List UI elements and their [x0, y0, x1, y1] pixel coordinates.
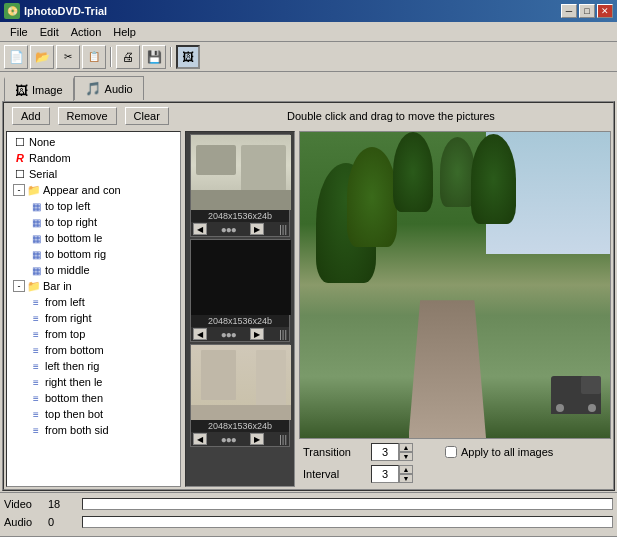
toolbar-copy[interactable]: 📋	[82, 45, 106, 69]
thumb-dots-3: ●●●	[221, 434, 236, 445]
thumb-prev-3[interactable]: ◀	[193, 433, 207, 445]
thumb-prev-1[interactable]: ◀	[193, 223, 207, 235]
toolbar-open[interactable]: 📂	[30, 45, 54, 69]
close-button[interactable]: ✕	[597, 4, 613, 18]
tree-label-bottomthen: bottom then	[45, 392, 103, 404]
thumb-controls-1: ◀ ●●● ▶ |||	[191, 222, 289, 236]
preview-controls: Transition ▲ ▼ Apply to all images	[299, 439, 611, 487]
tree-item-appear[interactable]: - 📁 Appear and con	[9, 182, 178, 198]
expand-barin[interactable]: -	[13, 280, 25, 292]
thumb-next-3[interactable]: ▶	[250, 433, 264, 445]
bar-icon-fromboth: ≡	[29, 423, 43, 437]
apply-label: Apply to all images	[461, 446, 553, 458]
tree-item-topbottom[interactable]: ≡ top then bot	[9, 406, 178, 422]
toolbar-new[interactable]: 📄	[4, 45, 28, 69]
menu-action[interactable]: Action	[65, 24, 108, 40]
interval-spin-up[interactable]: ▲	[399, 465, 413, 474]
video-progress-bar	[82, 498, 613, 510]
interval-spin-down[interactable]: ▼	[399, 474, 413, 483]
thumb-controls-2: ◀ ●●● ▶ |||	[191, 327, 289, 341]
thumbnail-2[interactable]: 2048x1536x24b ◀ ●●● ▶ |||	[190, 239, 290, 342]
toolbar-print[interactable]: 🖨	[116, 45, 140, 69]
tree-item-random[interactable]: R Random	[9, 150, 178, 166]
tree-item-rightleft[interactable]: ≡ right then le	[9, 374, 178, 390]
tab-image[interactable]: 🖼 Image	[4, 77, 74, 101]
transition-spin-buttons: ▲ ▼	[399, 443, 413, 461]
apply-checkbox[interactable]	[445, 446, 457, 458]
toolbar-image[interactable]: 🖼	[176, 45, 200, 69]
thumb-next-1[interactable]: ▶	[250, 223, 264, 235]
tree-label-appear: Appear and con	[43, 184, 121, 196]
audio-status-row: Audio 0	[4, 513, 613, 531]
tree-item-leftright[interactable]: ≡ left then rig	[9, 358, 178, 374]
transition-spinner: ▲ ▼	[371, 443, 413, 461]
window-title: IphotoDVD-Trial	[24, 5, 561, 17]
bar-icon-topbottom: ≡	[29, 407, 43, 421]
toolbar-cut[interactable]: ✂	[56, 45, 80, 69]
right-panel: Transition ▲ ▼ Apply to all images	[299, 131, 611, 487]
tree-item-topright[interactable]: ▦ to top right	[9, 214, 178, 230]
tree-item-fromtop[interactable]: ≡ from top	[9, 326, 178, 342]
status-bar: Video 18 Audio 0	[0, 492, 617, 536]
tab-image-label: Image	[32, 84, 63, 96]
scene-tree-2	[347, 147, 397, 247]
clear-button[interactable]: Clear	[125, 107, 169, 125]
thumb-controls-3: ◀ ●●● ▶ |||	[191, 432, 289, 446]
add-button[interactable]: Add	[12, 107, 50, 125]
tree-item-barin[interactable]: - 📁 Bar in	[9, 278, 178, 294]
remove-button[interactable]: Remove	[58, 107, 117, 125]
tree-label-fromboth: from both sid	[45, 424, 109, 436]
transition-tree: ☐ None R Random ☐ Serial - 📁 Appear and …	[6, 131, 181, 487]
tree-item-bottomleft[interactable]: ▦ to bottom le	[9, 230, 178, 246]
tree-item-serial[interactable]: ☐ Serial	[9, 166, 178, 182]
thumb-dots-2: ●●●	[221, 329, 236, 340]
title-bar: 📀 IphotoDVD-Trial ─ □ ✕	[0, 0, 617, 22]
tab-audio[interactable]: 🎵 Audio	[74, 76, 144, 100]
audio-tab-icon: 🎵	[85, 81, 101, 96]
tree-item-bottomright[interactable]: ▦ to bottom rig	[9, 246, 178, 262]
expand-appear[interactable]: -	[13, 184, 25, 196]
tree-label-topright: to top right	[45, 216, 97, 228]
tree-item-fromright[interactable]: ≡ from right	[9, 310, 178, 326]
folder-appear-icon: 📁	[27, 183, 41, 197]
tree-item-frombottom[interactable]: ≡ from bottom	[9, 342, 178, 358]
thumbnail-list: 2048x1536x24b ◀ ●●● ▶ ||| 2048x1536x24b …	[185, 131, 295, 487]
scene-tree-5	[471, 134, 516, 224]
tree-label-rightleft: right then le	[45, 376, 102, 388]
menu-file[interactable]: File	[4, 24, 34, 40]
transition-row: Transition ▲ ▼ Apply to all images	[303, 443, 607, 461]
thumb-next-2[interactable]: ▶	[250, 328, 264, 340]
thumbnail-3[interactable]: 2048x1536x24b ◀ ●●● ▶ |||	[190, 344, 290, 447]
toolbar-save[interactable]: 💾	[142, 45, 166, 69]
menu-help[interactable]: Help	[107, 24, 142, 40]
tree-label-bottomleft: to bottom le	[45, 232, 102, 244]
none-icon: ☐	[13, 135, 27, 149]
tree-item-none[interactable]: ☐ None	[9, 134, 178, 150]
tree-item-topleft[interactable]: ▦ to top left	[9, 198, 178, 214]
bar-icon-rightleft: ≡	[29, 375, 43, 389]
bar-icon-fromtop: ≡	[29, 327, 43, 341]
audio-progress-bar	[82, 516, 613, 528]
anim-icon-bottomleft: ▦	[29, 231, 43, 245]
bar-icon-bottomthen: ≡	[29, 391, 43, 405]
tree-item-middle[interactable]: ▦ to middle	[9, 262, 178, 278]
interior-preview	[191, 345, 291, 420]
tree-item-frombothsides[interactable]: ≡ from both sid	[9, 422, 178, 438]
toolbar-separator-2	[170, 47, 172, 67]
anim-icon-topleft: ▦	[29, 199, 43, 213]
interval-input[interactable]	[371, 465, 399, 483]
thumb-prev-2[interactable]: ◀	[193, 328, 207, 340]
transition-spin-down[interactable]: ▼	[399, 452, 413, 461]
maximize-button[interactable]: □	[579, 4, 595, 18]
minimize-button[interactable]: ─	[561, 4, 577, 18]
tree-label-topbottom: top then bot	[45, 408, 103, 420]
hint-text: Double click and drag to move the pictur…	[177, 110, 605, 122]
transition-label: Transition	[303, 446, 363, 458]
thumbnail-1[interactable]: 2048x1536x24b ◀ ●●● ▶ |||	[190, 134, 290, 237]
transition-spin-up[interactable]: ▲	[399, 443, 413, 452]
tree-item-bottomthen[interactable]: ≡ bottom then	[9, 390, 178, 406]
tree-item-fromleft[interactable]: ≡ from left	[9, 294, 178, 310]
tree-label-middle: to middle	[45, 264, 90, 276]
menu-edit[interactable]: Edit	[34, 24, 65, 40]
transition-input[interactable]	[371, 443, 399, 461]
